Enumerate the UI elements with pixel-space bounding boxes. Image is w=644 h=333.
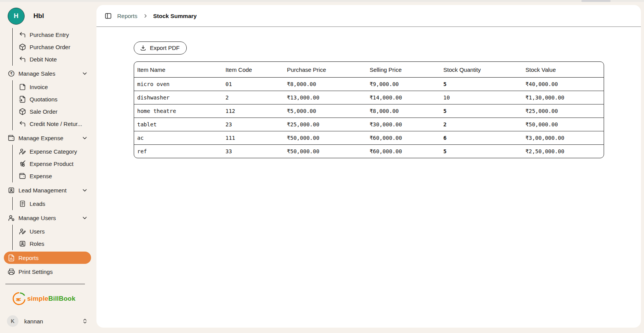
sidebar-item-manage-users[interactable]: Manage Users [4, 212, 91, 224]
sidebar-item-expense-product[interactable]: Expense Product [13, 157, 91, 170]
panel-left-toggle-icon[interactable] [105, 12, 112, 20]
sidebar-item-credit-note-retur[interactable]: Credit Note / Retur... [13, 118, 91, 130]
cell-item-code: 111 [222, 131, 284, 145]
user-avatar: K [7, 315, 18, 327]
cell-item-name: tablet [134, 118, 222, 131]
top-scrollbar-thumb[interactable] [581, 0, 611, 2]
sidebar-item-invoice[interactable]: Invoice [13, 81, 91, 93]
cell-stock-quantity: 5 [440, 104, 523, 118]
user-menu[interactable]: K kannan [4, 314, 91, 328]
sidebar-item-expense[interactable]: Expense [13, 170, 91, 182]
corner-up-left-icon [19, 120, 26, 128]
sidebar-item-label: Expense [30, 173, 52, 179]
cell-stock-value: ₹25,000.00 [523, 104, 604, 118]
wallet-icon [8, 134, 15, 142]
sidebar-item-label: Manage Sales [18, 70, 55, 77]
workspace-name: Hbl [33, 12, 44, 20]
workspace-header[interactable]: H Hbl [4, 8, 91, 25]
sidebar-subgroup: Leads [12, 197, 91, 210]
cell-item-code: 112 [222, 104, 284, 118]
user-pen-icon [19, 148, 26, 155]
cell-stock-quantity: 5 [440, 145, 523, 158]
cell-selling-price: ₹9,000.00 [367, 78, 440, 91]
table-row-micro-oven: micro oven01₹8,000.00₹9,000.005₹40,000.0… [134, 78, 604, 91]
id-card-icon [8, 187, 15, 194]
workspace-initial: H [14, 12, 18, 20]
column-header-purchase-price: Purchase Price [284, 62, 367, 78]
table-row-tablet: tablet23₹25,000.00₹30,000.002₹50,000.00 [134, 118, 604, 131]
sidebar-item-sale-order[interactable]: Sale Order [13, 105, 91, 118]
breadcrumb: Reports Stock Summary [96, 5, 641, 27]
table-header-row: Item NameItem CodePurchase PriceSelling … [134, 62, 604, 78]
cell-selling-price: ₹8,000.00 [367, 104, 440, 118]
sticky-note-icon [19, 83, 26, 91]
sidebar-item-expense-category[interactable]: Expense Category [13, 145, 91, 157]
chevrons-up-down-icon [82, 318, 88, 324]
sidebar-item-users[interactable]: Users [13, 225, 91, 237]
main-panel: Reports Stock Summary Export PDF Item Na… [96, 5, 641, 328]
users-icon [8, 214, 15, 222]
sidebar-item-print-settings[interactable]: Print Settings [4, 265, 91, 278]
sidebar-item-roles[interactable]: Roles [13, 237, 91, 250]
cell-stock-quantity: 2 [440, 118, 523, 131]
column-header-stock-value: Stock Value [523, 62, 604, 78]
chevron-down-icon[interactable] [81, 135, 88, 141]
sidebar-item-label: Purchase Order [30, 44, 70, 50]
column-header-item-code: Item Code [222, 62, 284, 78]
sidebar-item-label: Manage Users [18, 215, 56, 221]
chevron-down-icon[interactable] [81, 215, 88, 221]
file-chart-icon [8, 254, 15, 262]
sidebar-item-purchase-order[interactable]: Purchase Order [13, 41, 91, 53]
brand-name-billbook: BillBook [48, 295, 76, 302]
breadcrumb-page: Stock Summary [153, 13, 197, 19]
sidebar-item-label: Purchase Entry [30, 31, 69, 38]
cell-item-name: ac [134, 131, 222, 145]
sidebar-item-label: Quotations [30, 96, 58, 103]
cell-item-name: micro oven [134, 78, 222, 91]
export-pdf-label: Export PDF [150, 45, 180, 51]
sidebar-item-label: Invoice [30, 84, 48, 90]
sidebar-subgroup: UsersRoles [12, 225, 91, 250]
sidebar-item-manage-sales[interactable]: ₹Manage Sales [4, 67, 91, 80]
user-initial: K [11, 318, 14, 324]
cell-stock-value: ₹1,30,000.00 [523, 91, 604, 104]
chevron-down-icon[interactable] [81, 187, 88, 194]
column-header-item-name: Item Name [134, 62, 222, 78]
column-header-selling-price: Selling Price [367, 62, 440, 78]
sidebar-menu: Purchase EntryPurchase OrderDebit Note₹M… [4, 28, 91, 278]
user-pen-icon [19, 228, 26, 235]
cell-selling-price: ₹60,000.00 [367, 131, 440, 145]
sidebar-item-label: Manage Expense [18, 135, 63, 141]
sidebar-subgroup: Expense CategoryExpense ProductExpense [12, 145, 91, 182]
sidebar-item-purchase-entry[interactable]: Purchase Entry [13, 28, 91, 41]
brand-logo: simpleBillBook [4, 292, 91, 306]
sidebar-item-manage-expense[interactable]: Manage Expense [4, 132, 91, 144]
sidebar-divider [5, 284, 85, 284]
file-input-icon [19, 96, 26, 103]
rupee-coin-icon: ₹ [8, 70, 15, 77]
cell-item-code: 33 [222, 145, 284, 158]
grapes-icon [19, 160, 26, 167]
export-pdf-button[interactable]: Export PDF [134, 41, 187, 55]
sidebar-item-leads[interactable]: Leads [13, 197, 91, 210]
breadcrumb-section[interactable]: Reports [117, 13, 138, 19]
workspace-avatar: H [8, 8, 25, 25]
sidebar-item-lead-management[interactable]: Lead Management [4, 184, 91, 196]
notebook-icon [19, 200, 26, 207]
chevron-down-icon[interactable] [81, 70, 88, 77]
sidebar-item-debit-note[interactable]: Debit Note [13, 53, 91, 65]
sidebar: H Hbl Purchase EntryPurchase OrderDebit … [0, 2, 96, 333]
corner-up-left-icon [19, 56, 26, 63]
sidebar-item-label: Sale Order [30, 108, 58, 115]
cell-purchase-price: ₹25,000.00 [284, 118, 367, 131]
sidebar-item-reports[interactable]: Reports [4, 252, 91, 264]
corner-up-left-icon [19, 31, 26, 38]
cell-stock-value: ₹2,50,000.00 [523, 145, 604, 158]
sidebar-item-quotations[interactable]: Quotations [13, 93, 91, 105]
column-header-stock-quantity: Stock Quantity [440, 62, 523, 78]
svg-text:₹: ₹ [10, 71, 12, 75]
cell-item-name: dishwasher [134, 91, 222, 104]
printer-icon [8, 268, 15, 275]
brand-name-simple: simple [27, 295, 48, 302]
cell-stock-quantity: 5 [440, 78, 523, 91]
